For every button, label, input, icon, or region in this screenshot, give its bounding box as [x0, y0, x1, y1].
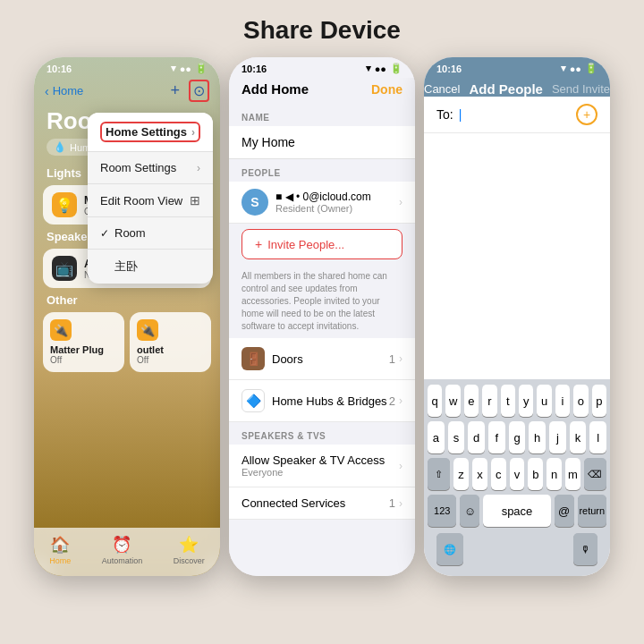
globe-key[interactable]: 🌐 — [436, 533, 463, 565]
menu-room-settings[interactable]: Room Settings › — [88, 152, 213, 184]
add-contact-button[interactable]: + — [576, 104, 597, 125]
hubs-row[interactable]: 🔷 Home Hubs & Bridges 2 › — [229, 380, 415, 422]
shift-key[interactable]: ⇧ — [428, 458, 450, 490]
space-key[interactable]: space — [483, 495, 551, 527]
name-label: NAME — [229, 104, 415, 126]
status-time-1: 10:16 — [47, 64, 72, 74]
delete-key[interactable]: ⌫ — [584, 458, 606, 490]
doors-count: 1 — [389, 352, 395, 366]
menu-home-settings[interactable]: Home Settings › — [88, 113, 213, 152]
chevron-left-icon: ‹ — [45, 84, 49, 98]
key-k[interactable]: k — [570, 421, 587, 453]
status-time-2: 10:16 — [242, 64, 267, 74]
plug-status: Off — [50, 355, 117, 365]
people-label: PEOPLE — [229, 159, 415, 182]
to-label: To: — [436, 107, 453, 122]
people-email: ■ ◀ • 0@icloud.com — [275, 191, 392, 203]
numbers-key[interactable]: 123 — [428, 495, 456, 527]
key-o[interactable]: o — [573, 385, 588, 417]
nav-home-label: Home — [53, 84, 84, 97]
text-cursor: | — [459, 107, 462, 122]
key-j[interactable]: j — [549, 421, 566, 453]
key-m[interactable]: m — [565, 458, 580, 490]
send-invite-button[interactable]: Send Invite — [552, 82, 610, 96]
battery-icon-3: 🔋 — [585, 63, 597, 74]
status-time-3: 10:16 — [436, 64, 462, 74]
doors-arrow: › — [399, 352, 402, 365]
tab-bar-1: 🏠 Home ⏰ Automation ⭐ Discover — [34, 528, 220, 576]
room-settings-label: Room Settings — [100, 161, 176, 174]
done-button[interactable]: Done — [371, 82, 402, 97]
key-a[interactable]: a — [428, 421, 445, 453]
key-s[interactable]: s — [448, 421, 465, 453]
key-q[interactable]: q — [428, 385, 442, 417]
menu-edit-room[interactable]: Edit Room View ⊞ — [88, 184, 213, 217]
plug-icon: 🔌 — [50, 319, 72, 341]
key-n[interactable]: n — [547, 458, 562, 490]
key-u[interactable]: u — [537, 385, 551, 417]
check-room-label: Room — [114, 226, 146, 240]
key-b[interactable]: b — [528, 458, 543, 490]
wifi-icon-3: ▾ — [561, 63, 566, 74]
plug-name: Matter Plug — [50, 344, 117, 355]
cancel-button[interactable]: Cancel — [424, 82, 460, 96]
connected-row[interactable]: Connected Services 1 › — [229, 487, 415, 520]
menu-main-bedroom[interactable]: 主卧 — [88, 250, 213, 284]
people-arrow: › — [399, 196, 402, 208]
add-icon[interactable]: + — [170, 81, 180, 100]
emoji-key[interactable]: ☺ — [460, 495, 479, 527]
settings-icon[interactable]: ⊙ — [189, 80, 209, 102]
key-c[interactable]: c — [491, 458, 506, 490]
add-people-title: Add People — [469, 81, 543, 97]
key-p[interactable]: p — [592, 385, 606, 417]
key-x[interactable]: x — [472, 458, 487, 490]
people-item[interactable]: S ■ ◀ • 0@icloud.com Resident (Owner) › — [229, 182, 415, 224]
keyboard-row-2: a s d f g h j k l — [428, 421, 606, 453]
mic-key[interactable]: 🎙 — [573, 533, 597, 565]
key-e[interactable]: e — [464, 385, 479, 417]
key-d[interactable]: d — [468, 421, 485, 453]
discover-tab-icon: ⭐ — [179, 535, 199, 555]
key-t[interactable]: t — [501, 385, 515, 417]
key-w[interactable]: w — [445, 385, 460, 417]
tab-automation[interactable]: ⏰ Automation — [102, 535, 143, 565]
back-home-btn[interactable]: ‹ Home — [45, 84, 83, 98]
hubs-icon: 🔷 — [242, 389, 265, 412]
key-h[interactable]: h — [529, 421, 546, 453]
people-avatar: S — [242, 189, 268, 216]
allow-speaker-row[interactable]: Allow Speaker & TV Access Everyone › — [229, 445, 415, 487]
key-g[interactable]: g — [509, 421, 526, 453]
invite-people-btn[interactable]: + Invite People... — [242, 229, 402, 259]
allow-arrow: › — [399, 460, 402, 472]
phone1-home: 10:16 ▾ ●● 🔋 ‹ Home + ⊙ Room — [34, 57, 220, 576]
key-i[interactable]: i — [555, 385, 570, 417]
key-z[interactable]: z — [453, 458, 469, 490]
key-l[interactable]: l — [589, 421, 606, 453]
keyboard[interactable]: q w e r t y u i o p a s d f g h j k l — [424, 379, 610, 576]
home-tab-icon: 🏠 — [50, 535, 70, 555]
key-v[interactable]: v — [510, 458, 525, 490]
menu-room-check[interactable]: ✓ Room — [88, 217, 213, 250]
outlet-status: Off — [137, 355, 204, 365]
invite-plus-icon: + — [255, 237, 262, 251]
outlet-card[interactable]: 🔌 outlet Off — [130, 312, 211, 372]
outlet-name: outlet — [137, 344, 204, 355]
people-role: Resident (Owner) — [275, 203, 392, 214]
tab-discover[interactable]: ⭐ Discover — [174, 535, 205, 565]
tab-home[interactable]: 🏠 Home — [49, 535, 71, 565]
name-field[interactable]: My Home — [229, 126, 415, 159]
at-key[interactable]: @ — [555, 495, 574, 527]
key-y[interactable]: y — [519, 385, 533, 417]
plug-card[interactable]: 🔌 Matter Plug Off — [43, 312, 124, 372]
doors-row[interactable]: 🚪 Doors 1 › — [229, 338, 415, 380]
speakers-tvs-label: SPEAKERS & TVS — [229, 422, 415, 445]
key-f[interactable]: f — [488, 421, 505, 453]
outlet-icon: 🔌 — [137, 319, 158, 341]
appletv-icon: 📺 — [52, 256, 77, 281]
return-key[interactable]: return — [578, 495, 606, 527]
key-r[interactable]: r — [482, 385, 496, 417]
discover-tab-label: Discover — [174, 556, 205, 565]
to-row: To: | + — [424, 97, 610, 133]
info-text: All members in the shared home can contr… — [229, 265, 415, 338]
battery-icon-1: 🔋 — [195, 63, 208, 74]
